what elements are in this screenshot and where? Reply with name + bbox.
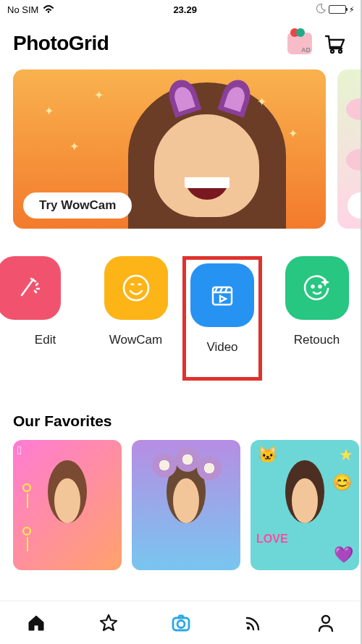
nav-home[interactable] [20,607,52,639]
home-icon [26,613,46,633]
banner-carousel[interactable]: ✦ ✦ ✦ ✦ ✦ Try WowCam Tr [0,65,362,233]
battery-icon [329,5,346,14]
tool-wowcam[interactable]: WowCam [90,256,181,381]
svg-point-5 [311,286,313,288]
clapper-icon [206,279,238,311]
highlight-box: Video [182,256,262,381]
smile-icon [119,271,153,305]
favorite-card[interactable] [132,440,240,570]
app-brand: PhotoGrid [13,32,279,55]
cast-icon [243,613,264,633]
moon-icon [316,4,326,16]
banner-illustration [113,82,300,229]
camera-icon [171,613,191,633]
cart-button[interactable] [320,29,349,58]
wand-icon [13,272,45,304]
status-bar: No SIM 23.29 ⚡︎ [0,0,362,19]
banner-cta-button[interactable]: Try WowCam [23,192,132,219]
premium-badge-icon: AD [287,33,312,54]
banner-wowcam[interactable]: ✦ ✦ ✦ ✦ ✦ Try WowCam [13,69,326,229]
svg-point-8 [177,620,185,627]
star-icon [98,613,119,633]
clock: 23.29 [54,4,316,15]
nav-star[interactable] [93,607,125,639]
svg-point-0 [48,10,50,12]
svg-point-6 [319,286,321,288]
svg-point-9 [247,626,250,629]
cart-icon [322,31,347,56]
tool-edit[interactable]: Edit [0,256,90,381]
app-header: PhotoGrid AD [0,19,362,65]
banner-cta-button[interactable]: Tr [348,192,362,219]
tools-row[interactable]: Edit WowCam Video Retouch [0,233,362,388]
svg-point-1 [331,50,334,53]
nav-camera[interactable] [165,607,197,639]
svg-point-3 [124,276,148,300]
favorites-heading: Our Favorites [0,388,362,440]
favorite-card[interactable]:  [13,440,122,570]
nav-cast[interactable] [237,607,269,639]
tool-tile [0,256,61,320]
svg-point-2 [339,50,342,53]
tool-label: Video [186,340,258,355]
favorite-card[interactable]: 🐱 😊 LOVE 💜 ★ [251,440,359,570]
charging-icon: ⚡︎ [349,5,355,14]
carrier-text: No SIM [7,4,38,15]
apple-icon:  [17,444,22,457]
banner-next[interactable]: Tr [337,69,362,229]
nav-profile[interactable] [310,607,342,639]
tool-video[interactable]: Video [181,256,272,381]
favorites-row[interactable]:  🐱 😊 LOVE 💜 ★ [0,440,362,570]
bottom-nav [0,601,362,644]
tool-label: Retouch [294,333,340,347]
tool-label: Edit [35,333,56,347]
wifi-icon [43,4,54,15]
premium-button[interactable]: AD [285,29,314,58]
svg-point-10 [322,616,329,623]
profile-icon [316,613,336,633]
tool-label: WowCam [109,333,162,347]
face-icon [300,271,334,305]
tool-retouch[interactable]: Retouch [272,256,362,381]
